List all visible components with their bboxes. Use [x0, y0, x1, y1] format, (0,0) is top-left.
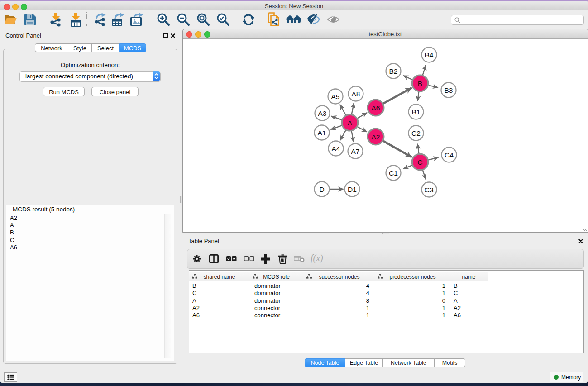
svg-text:C3: C3 — [425, 186, 434, 194]
svg-text:C4: C4 — [445, 151, 454, 159]
svg-text:D: D — [319, 186, 324, 193]
svg-text:A8: A8 — [352, 90, 360, 98]
svg-text:A4: A4 — [332, 145, 340, 152]
svg-text:B2: B2 — [389, 67, 398, 75]
svg-text:A: A — [348, 119, 353, 127]
svg-text:B4: B4 — [425, 51, 434, 59]
svg-text:A5: A5 — [331, 93, 340, 100]
svg-text:A6: A6 — [372, 104, 380, 112]
svg-text:B3: B3 — [445, 86, 453, 94]
svg-text:A1: A1 — [318, 129, 326, 137]
svg-text:D1: D1 — [348, 186, 357, 193]
svg-text:A3: A3 — [318, 110, 327, 117]
svg-text:A2: A2 — [372, 133, 380, 141]
svg-text:B: B — [418, 80, 422, 87]
svg-text:C: C — [417, 158, 422, 166]
svg-text:C2: C2 — [411, 129, 421, 137]
svg-text:A7: A7 — [351, 148, 360, 155]
svg-text:B1: B1 — [412, 108, 421, 116]
svg-text:C1: C1 — [389, 169, 398, 177]
